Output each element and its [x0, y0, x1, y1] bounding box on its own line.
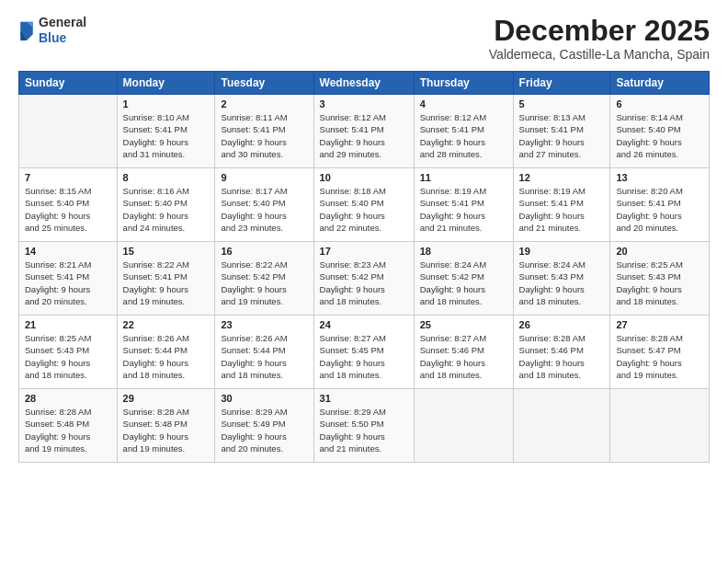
calendar-cell: 20Sunrise: 8:25 AMSunset: 5:43 PMDayligh… [610, 242, 710, 316]
calendar: Sunday Monday Tuesday Wednesday Thursday… [18, 71, 710, 463]
calendar-header: Sunday Monday Tuesday Wednesday Thursday… [19, 72, 710, 95]
day-number: 20 [616, 246, 703, 257]
day-number: 26 [519, 319, 605, 330]
calendar-cell: 23Sunrise: 8:26 AMSunset: 5:44 PMDayligh… [215, 316, 313, 389]
day-info: Sunrise: 8:12 AMSunset: 5:41 PMDaylight:… [420, 111, 507, 160]
day-info: Sunrise: 8:23 AMSunset: 5:42 PMDaylight:… [320, 259, 408, 307]
day-info: Sunrise: 8:10 AMSunset: 5:41 PMDaylight:… [123, 111, 210, 160]
calendar-cell: 31Sunrise: 8:29 AMSunset: 5:50 PMDayligh… [313, 389, 414, 463]
calendar-cell: 28Sunrise: 8:28 AMSunset: 5:48 PMDayligh… [19, 389, 118, 463]
day-number: 3 [320, 98, 408, 109]
day-info: Sunrise: 8:16 AMSunset: 5:40 PMDaylight:… [123, 185, 210, 234]
day-info: Sunrise: 8:29 AMSunset: 5:49 PMDaylight:… [221, 406, 307, 454]
day-info: Sunrise: 8:15 AMSunset: 5:40 PMDaylight:… [25, 185, 111, 234]
calendar-cell: 9Sunrise: 8:17 AMSunset: 5:40 PMDaylight… [215, 168, 313, 242]
day-number: 11 [420, 172, 507, 183]
day-info: Sunrise: 8:26 AMSunset: 5:44 PMDaylight:… [221, 332, 307, 381]
calendar-week-3: 14Sunrise: 8:21 AMSunset: 5:41 PMDayligh… [19, 242, 710, 316]
day-number: 30 [221, 393, 307, 404]
calendar-week-4: 21Sunrise: 8:25 AMSunset: 5:43 PMDayligh… [19, 316, 710, 389]
calendar-cell: 22Sunrise: 8:26 AMSunset: 5:44 PMDayligh… [117, 316, 215, 389]
calendar-cell: 13Sunrise: 8:20 AMSunset: 5:41 PMDayligh… [610, 168, 710, 242]
calendar-cell: 2Sunrise: 8:11 AMSunset: 5:41 PMDaylight… [215, 95, 313, 168]
day-info: Sunrise: 8:13 AMSunset: 5:41 PMDaylight:… [519, 111, 605, 160]
col-sunday: Sunday [19, 72, 118, 95]
col-tuesday: Tuesday [215, 72, 313, 95]
calendar-cell: 26Sunrise: 8:28 AMSunset: 5:46 PMDayligh… [513, 316, 610, 389]
calendar-week-2: 7Sunrise: 8:15 AMSunset: 5:40 PMDaylight… [19, 168, 710, 242]
col-thursday: Thursday [414, 72, 513, 95]
day-number: 23 [221, 319, 307, 330]
col-friday: Friday [513, 72, 610, 95]
logo-icon [18, 20, 35, 40]
day-info: Sunrise: 8:24 AMSunset: 5:43 PMDaylight:… [519, 259, 605, 307]
calendar-cell: 24Sunrise: 8:27 AMSunset: 5:45 PMDayligh… [313, 316, 414, 389]
day-number: 19 [519, 246, 605, 257]
calendar-cell: 27Sunrise: 8:28 AMSunset: 5:47 PMDayligh… [610, 316, 710, 389]
calendar-cell: 11Sunrise: 8:19 AMSunset: 5:41 PMDayligh… [414, 168, 513, 242]
day-number: 21 [25, 319, 111, 330]
day-info: Sunrise: 8:27 AMSunset: 5:46 PMDaylight:… [420, 332, 507, 381]
day-number: 28 [25, 393, 111, 404]
calendar-cell: 29Sunrise: 8:28 AMSunset: 5:48 PMDayligh… [117, 389, 215, 463]
page: General Blue December 2025 Valdemeca, Ca… [0, 0, 728, 563]
calendar-cell: 3Sunrise: 8:12 AMSunset: 5:41 PMDaylight… [313, 95, 414, 168]
day-number: 27 [616, 319, 703, 330]
day-info: Sunrise: 8:22 AMSunset: 5:42 PMDaylight:… [221, 259, 307, 307]
calendar-cell: 5Sunrise: 8:13 AMSunset: 5:41 PMDaylight… [513, 95, 610, 168]
day-info: Sunrise: 8:27 AMSunset: 5:45 PMDaylight:… [320, 332, 408, 381]
day-info: Sunrise: 8:29 AMSunset: 5:50 PMDaylight:… [320, 406, 408, 454]
day-info: Sunrise: 8:14 AMSunset: 5:40 PMDaylight:… [616, 111, 703, 160]
col-saturday: Saturday [610, 72, 710, 95]
day-number: 4 [420, 98, 507, 109]
day-info: Sunrise: 8:17 AMSunset: 5:40 PMDaylight:… [221, 185, 307, 234]
day-info: Sunrise: 8:28 AMSunset: 5:47 PMDaylight:… [616, 332, 703, 381]
calendar-cell [610, 389, 710, 463]
header-row: Sunday Monday Tuesday Wednesday Thursday… [19, 72, 710, 95]
calendar-cell: 8Sunrise: 8:16 AMSunset: 5:40 PMDaylight… [117, 168, 215, 242]
day-info: Sunrise: 8:19 AMSunset: 5:41 PMDaylight:… [519, 185, 605, 234]
day-info: Sunrise: 8:18 AMSunset: 5:40 PMDaylight:… [320, 185, 408, 234]
logo-blue: Blue [39, 30, 86, 46]
day-number: 14 [25, 246, 111, 257]
day-info: Sunrise: 8:21 AMSunset: 5:41 PMDaylight:… [25, 259, 111, 307]
day-number: 24 [320, 319, 408, 330]
calendar-week-1: 1Sunrise: 8:10 AMSunset: 5:41 PMDaylight… [19, 95, 710, 168]
calendar-cell: 18Sunrise: 8:24 AMSunset: 5:42 PMDayligh… [414, 242, 513, 316]
col-monday: Monday [117, 72, 215, 95]
calendar-cell: 1Sunrise: 8:10 AMSunset: 5:41 PMDaylight… [117, 95, 215, 168]
calendar-cell [19, 95, 118, 168]
day-number: 7 [25, 172, 111, 183]
day-number: 16 [221, 246, 307, 257]
calendar-cell: 16Sunrise: 8:22 AMSunset: 5:42 PMDayligh… [215, 242, 313, 316]
day-number: 2 [221, 98, 307, 109]
day-info: Sunrise: 8:11 AMSunset: 5:41 PMDaylight:… [221, 111, 307, 160]
logo-general: General [39, 15, 86, 30]
day-info: Sunrise: 8:24 AMSunset: 5:42 PMDaylight:… [420, 259, 507, 307]
logo: General Blue [18, 15, 86, 46]
calendar-cell: 6Sunrise: 8:14 AMSunset: 5:40 PMDaylight… [610, 95, 710, 168]
calendar-cell: 14Sunrise: 8:21 AMSunset: 5:41 PMDayligh… [19, 242, 118, 316]
day-info: Sunrise: 8:22 AMSunset: 5:41 PMDaylight:… [123, 259, 210, 307]
day-number: 1 [123, 98, 210, 109]
day-number: 6 [616, 98, 703, 109]
logo-text: General Blue [39, 15, 86, 46]
day-number: 22 [123, 319, 210, 330]
day-number: 29 [123, 393, 210, 404]
calendar-cell: 30Sunrise: 8:29 AMSunset: 5:49 PMDayligh… [215, 389, 313, 463]
day-number: 9 [221, 172, 307, 183]
day-info: Sunrise: 8:28 AMSunset: 5:48 PMDaylight:… [123, 406, 210, 454]
calendar-cell: 17Sunrise: 8:23 AMSunset: 5:42 PMDayligh… [313, 242, 414, 316]
calendar-cell: 21Sunrise: 8:25 AMSunset: 5:43 PMDayligh… [19, 316, 118, 389]
calendar-cell: 10Sunrise: 8:18 AMSunset: 5:40 PMDayligh… [313, 168, 414, 242]
location: Valdemeca, Castille-La Mancha, Spain [489, 47, 710, 62]
day-number: 12 [519, 172, 605, 183]
calendar-week-5: 28Sunrise: 8:28 AMSunset: 5:48 PMDayligh… [19, 389, 710, 463]
day-info: Sunrise: 8:28 AMSunset: 5:48 PMDaylight:… [25, 406, 111, 454]
day-number: 25 [420, 319, 507, 330]
day-info: Sunrise: 8:12 AMSunset: 5:41 PMDaylight:… [320, 111, 408, 160]
day-info: Sunrise: 8:28 AMSunset: 5:46 PMDaylight:… [519, 332, 605, 381]
title-section: December 2025 Valdemeca, Castille-La Man… [489, 15, 710, 62]
day-number: 13 [616, 172, 703, 183]
calendar-cell: 12Sunrise: 8:19 AMSunset: 5:41 PMDayligh… [513, 168, 610, 242]
